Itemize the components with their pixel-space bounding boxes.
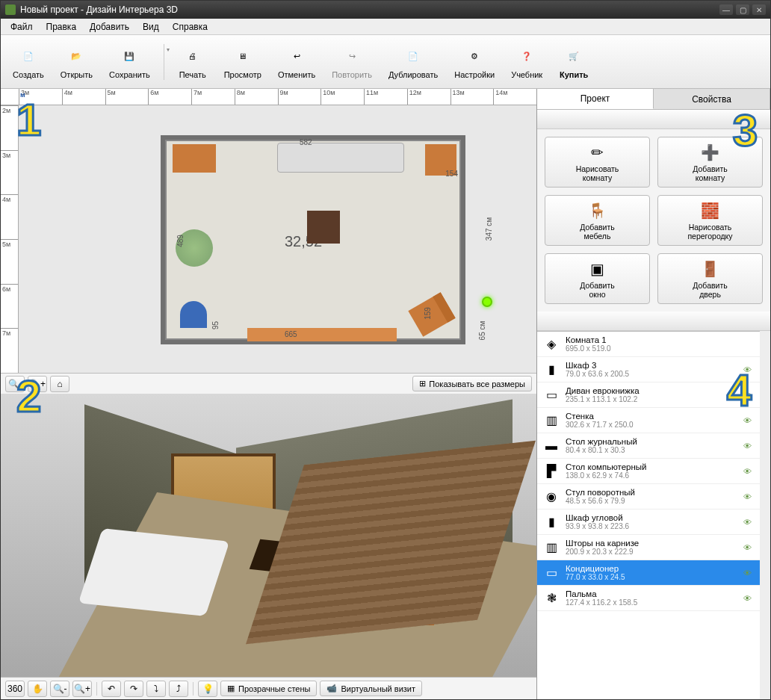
furniture-desk[interactable] [408, 292, 455, 337]
minimize-button[interactable]: — [719, 4, 733, 15]
menu-add[interactable]: Добавить [83, 19, 136, 34]
create-icon: 📄 [16, 44, 40, 68]
add-furniture-button[interactable]: 🪑Добавитьмебель [545, 195, 650, 246]
tab-project[interactable]: Проект [537, 89, 654, 109]
sofa-3d [78, 528, 229, 616]
visibility-icon[interactable]: 👁 [743, 492, 754, 501]
plan-canvas[interactable]: 32,52 582 154 489 665 159 [19, 105, 536, 373]
menu-file[interactable]: Файл [4, 19, 40, 34]
visibility-icon[interactable]: 👁 [743, 442, 754, 450]
list-item[interactable]: ▭Диван еврокнижка235.1 x 113.1 x 102.2👁 [537, 382, 760, 408]
add-door-button[interactable]: 🚪Добавитьдверь [657, 253, 763, 304]
print-button[interactable]: 🖨Печать [172, 41, 214, 82]
furniture-table[interactable] [307, 211, 340, 244]
add-door-icon: 🚪 [700, 259, 721, 279]
look-down-button[interactable]: ⤵ [146, 681, 166, 697]
add-room-icon: ➕ [700, 143, 721, 162]
right-panel: Проект Свойства ✏Нарисоватькомнату➕Добав… [537, 89, 770, 699]
light-button[interactable]: 💡 [198, 681, 217, 697]
zoom-out-button[interactable]: 🔍- [5, 376, 25, 392]
scrollbar[interactable] [760, 331, 770, 699]
object-icon: ◈ [543, 336, 560, 353]
furniture-sofa-top[interactable] [277, 143, 404, 173]
view-3d[interactable] [1, 394, 536, 677]
visibility-icon[interactable]: 👁 [743, 416, 754, 425]
object-icon: ◉ [543, 489, 560, 505]
list-item[interactable]: ◈Комната 1695.0 x 519.0 [537, 332, 760, 357]
menu-help[interactable]: Справка [166, 19, 214, 34]
list-item[interactable]: ❃Пальма127.4 x 116.2 x 158.5👁 [537, 586, 760, 611]
list-item[interactable]: ▥Стенка302.6 x 71.7 x 250.0👁 [537, 408, 760, 433]
window-title: Новый проект - Дизайн Интерьера 3D [20, 4, 719, 15]
add-room-button[interactable]: ➕Добавитькомнату [657, 137, 763, 188]
look-up-button[interactable]: ⤴ [169, 681, 188, 697]
furniture-chair[interactable] [180, 301, 207, 328]
action-buttons: ✏Нарисоватькомнату➕Добавитькомнату🪑Добав… [537, 129, 770, 312]
home-button[interactable]: ⌂ [50, 376, 69, 392]
visibility-icon[interactable]: 👁 [743, 594, 754, 603]
list-item[interactable]: ▬Стол журнальный80.4 x 80.1 x 30.3👁 [537, 433, 760, 459]
show-dims-button[interactable]: ⊞Показывать все размеры [412, 376, 532, 391]
room-outline[interactable]: 32,52 582 154 489 665 159 [161, 135, 465, 344]
orbit-left-button[interactable]: ↶ [102, 681, 121, 697]
selection-marker[interactable] [482, 297, 492, 307]
visibility-icon[interactable]: 👁 [743, 467, 754, 476]
app-window: Новый проект - Дизайн Интерьера 3D — ▢ ✕… [0, 0, 771, 700]
toolbar: 📄Создать📂Открыть💾Сохранить🖨Печать🖥Просмо… [1, 35, 770, 89]
view-button[interactable]: 🖥Просмотр [218, 41, 267, 82]
ruler-vertical: 2м3м4м5м6м7м [1, 105, 19, 373]
menu-view[interactable]: Вид [136, 19, 166, 34]
create-button[interactable]: 📄Создать [7, 41, 50, 82]
draw-partition-icon: 🧱 [700, 201, 721, 220]
add-window-button[interactable]: ▣Добавитьокно [545, 253, 650, 304]
save-button[interactable]: 💾Сохранить [103, 41, 156, 82]
draw-partition-button[interactable]: 🧱Нарисоватьперегородку [657, 195, 763, 246]
list-item[interactable]: ◉Стул поворотный48.5 x 56.6 x 79.9👁 [537, 484, 760, 509]
content: м 3м4м5м6м7м8м9м10м11м12м13м14м 2м3м4м5м… [1, 89, 770, 699]
visibility-icon[interactable]: 👁 [743, 391, 754, 400]
transparent-walls-button[interactable]: ▦Прозрачные стены [220, 681, 317, 696]
object-icon: ▥ [543, 539, 560, 556]
maximize-button[interactable]: ▢ [736, 4, 749, 15]
print-icon: 🖨 [181, 44, 205, 68]
visibility-icon[interactable]: 👁 [743, 569, 754, 577]
help-button[interactable]: ❓Учебник [505, 41, 548, 82]
save-icon: 💾 [117, 44, 141, 68]
buy-button[interactable]: 🛒Купить [553, 41, 595, 82]
zoom-out-3d-button[interactable]: 🔍- [50, 681, 69, 697]
undo-button[interactable]: ↩Отменить [272, 41, 321, 82]
list-item[interactable]: ▮Шкаф 379.0 x 63.6 x 200.5👁 [537, 357, 760, 382]
settings-icon: ⚙ [462, 44, 486, 68]
visibility-icon[interactable]: 👁 [743, 543, 754, 552]
open-button[interactable]: 📂Открыть [55, 41, 99, 82]
plan-tools: 🔍- 🔍+ ⌂ ⊞Показывать все размеры [1, 373, 536, 394]
zoom-in-button[interactable]: 🔍+ [28, 376, 47, 392]
menu-edit[interactable]: Правка [40, 19, 84, 34]
redo-button[interactable]: ↪Повторить [326, 41, 378, 82]
duplicate-button[interactable]: 📄Дублировать [383, 41, 444, 82]
plan-area: 2м3м4м5м6м7м 32,52 582 154 4 [1, 105, 536, 373]
orbit-right-button[interactable]: ↷ [124, 681, 143, 697]
list-item[interactable]: ▮Шкаф угловой93.9 x 93.8 x 223.6👁 [537, 509, 760, 535]
close-button[interactable]: ✕ [752, 4, 766, 15]
furniture-sofa-bottom[interactable] [247, 328, 397, 341]
visibility-icon[interactable]: 👁 [743, 518, 754, 527]
view3d-tools: 360 ✋ 🔍- 🔍+ ↶ ↷ ⤵ ⤴ 💡 ▦Прозрачные стены … [1, 677, 536, 699]
ruler-horizontal: м 3м4м5м6м7м8м9м10м11м12м13м14м [1, 89, 536, 105]
list-item[interactable]: ▥Шторы на карнизе200.9 x 20.3 x 222.9👁 [537, 535, 760, 560]
visibility-icon[interactable]: 👁 [743, 365, 754, 374]
settings-button[interactable]: ⚙Настройки [448, 41, 501, 82]
tab-properties[interactable]: Свойства [654, 89, 770, 109]
furniture-block-tl[interactable] [173, 144, 216, 173]
list-item[interactable]: ▭Кондиционер77.0 x 33.0 x 24.5👁 [537, 560, 760, 586]
left-panel: м 3м4м5м6м7м8м9м10м11м12м13м14м 2м3м4м5м… [1, 89, 537, 699]
zoom-in-3d-button[interactable]: 🔍+ [72, 681, 92, 697]
section-header [537, 110, 770, 129]
virtual-visit-button[interactable]: 📹Виртуальный визит [320, 681, 422, 696]
object-icon: ▬ [543, 438, 560, 454]
draw-room-button[interactable]: ✏Нарисоватькомнату [545, 137, 650, 188]
list-item[interactable]: ▛Стол компьютерный138.0 x 62.9 x 74.6👁 [537, 459, 760, 484]
rotate360-button[interactable]: 360 [5, 681, 25, 697]
pan-button[interactable]: ✋ [28, 681, 47, 697]
draw-room-icon: ✏ [587, 143, 608, 162]
